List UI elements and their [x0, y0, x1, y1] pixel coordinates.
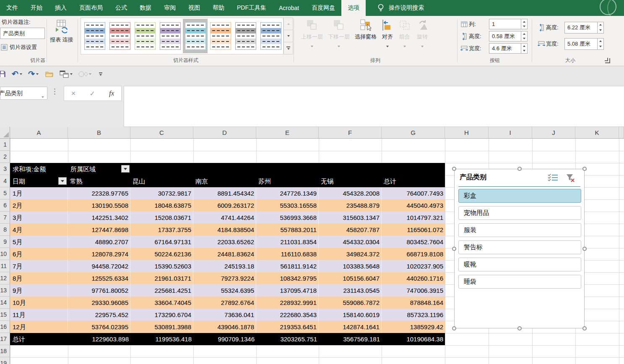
- slicer-resize-handle[interactable]: [582, 326, 587, 330]
- ribbon-tab[interactable]: 审阅: [158, 0, 182, 16]
- save-icon[interactable]: [0, 69, 6, 79]
- redo-icon[interactable]: ↷: [28, 69, 35, 79]
- multi-select-icon[interactable]: [547, 173, 558, 183]
- row-header[interactable]: 2: [0, 151, 10, 163]
- gallery-scroll-down[interactable]: [283, 30, 293, 42]
- gallery-more-button[interactable]: [283, 42, 293, 54]
- pivot-data-row[interactable]: 9月97761.80052225681.425155324.6395137095…: [10, 284, 445, 297]
- pivot-data-row[interactable]: 8月125525.633421961.0317179273.9224108342…: [10, 272, 445, 284]
- pivot-value-cell[interactable]: 4741.44264: [193, 212, 256, 224]
- slicer-item[interactable]: 睡袋: [458, 275, 581, 289]
- align-button[interactable]: 对齐: [379, 18, 396, 45]
- pivot-value-cell[interactable]: 73636.041: [193, 309, 256, 321]
- pivot-value-cell[interactable]: 105156.6047: [319, 272, 382, 284]
- name-box[interactable]: 产品类别: [0, 87, 47, 100]
- pivot-row-label[interactable]: 5月: [10, 236, 68, 248]
- pivot-total-value[interactable]: 1199536.418: [130, 333, 193, 345]
- pivot-value-cell[interactable]: 142251.3402: [68, 212, 130, 224]
- pivot-value-cell[interactable]: 127447.8698: [68, 224, 130, 236]
- pivot-total-value[interactable]: 990709.1346: [193, 333, 256, 345]
- switch-windows-icon[interactable]: [60, 69, 69, 79]
- slicer-item[interactable]: 警告标: [458, 240, 581, 254]
- pivot-value-cell[interactable]: 17337.3755: [130, 224, 193, 236]
- button-width-input[interactable]: 4.6 厘米: [489, 43, 528, 54]
- size-height-spinner[interactable]: [597, 22, 603, 33]
- slicer-item[interactable]: 宠物用品: [458, 206, 581, 220]
- pivot-value-cell[interactable]: 137095.4718: [256, 284, 319, 297]
- pivot-total-value[interactable]: 10190684.38: [382, 333, 445, 345]
- pivot-row-label[interactable]: 3月: [10, 212, 68, 224]
- pivot-value-cell[interactable]: 50224.62136: [130, 248, 193, 260]
- pivot-value-cell[interactable]: 439046.1878: [193, 321, 256, 333]
- column-header[interactable]: J: [532, 127, 575, 139]
- pivot-value-cell[interactable]: 245193.18: [193, 260, 256, 272]
- ribbon-tab[interactable]: 数据: [133, 0, 158, 16]
- row-header[interactable]: 16: [0, 321, 10, 333]
- column-header[interactable]: I: [489, 127, 532, 139]
- pivot-value-cell[interactable]: 55303.16558: [256, 199, 319, 212]
- pivot-total-label[interactable]: 总计: [10, 333, 68, 345]
- switch-windows-dropdown[interactable]: [70, 69, 73, 79]
- pivot-value-cell[interactable]: 173290.6704: [130, 309, 193, 321]
- row-header[interactable]: 7: [0, 212, 10, 224]
- pivot-value-cell[interactable]: 668719.8108: [382, 248, 445, 260]
- select-all-corner[interactable]: [0, 127, 10, 139]
- pivot-value-cell[interactable]: 53764.02395: [68, 321, 130, 333]
- slicer-style-swatch[interactable]: [158, 19, 182, 53]
- row-header[interactable]: 18: [0, 345, 10, 357]
- pivot-row-label[interactable]: 12月: [10, 321, 68, 333]
- column-header[interactable]: B: [68, 127, 130, 139]
- pivot-value-cell[interactable]: 229575.452: [68, 309, 130, 321]
- pivot-total-value[interactable]: 3567569.181: [319, 333, 382, 345]
- slicer-style-swatch[interactable]: [133, 19, 157, 53]
- pivot-value-cell[interactable]: 116110.6838: [256, 248, 319, 260]
- pivot-value-cell[interactable]: 4184.838504: [193, 224, 256, 236]
- enter-icon[interactable]: ✓: [89, 90, 95, 98]
- pivot-value-cell[interactable]: 1014797.321: [382, 212, 445, 224]
- row-header[interactable]: 10: [0, 248, 10, 260]
- pivot-header-row[interactable]: 求和项:金额所属区域: [10, 163, 445, 175]
- column-header[interactable]: [619, 127, 624, 139]
- pivot-value-cell[interactable]: 48890.2707: [68, 236, 130, 248]
- pivot-value-cell[interactable]: 228932.9991: [256, 297, 319, 309]
- pivot-value-cell[interactable]: 878848.164: [382, 297, 445, 309]
- pivot-value-cell[interactable]: 27892.6764: [193, 297, 256, 309]
- pivot-value-cell[interactable]: 559086.7872: [319, 297, 382, 309]
- slicer-resize-handle[interactable]: [582, 247, 587, 251]
- ribbon-tab[interactable]: 公式: [109, 0, 133, 16]
- pivot-row-label[interactable]: 7月: [10, 260, 68, 272]
- row-header[interactable]: 15: [0, 309, 10, 321]
- pivot-value-cell[interactable]: 219353.6451: [256, 321, 319, 333]
- ribbon-tab[interactable]: 插入: [49, 0, 73, 16]
- ribbon-tab[interactable]: Acrobat: [273, 0, 305, 16]
- column-header[interactable]: G: [382, 127, 445, 139]
- row-header[interactable]: 6: [0, 199, 10, 212]
- pivot-value-cell[interactable]: 103383.5648: [319, 260, 382, 272]
- slicer-panel[interactable]: 产品类别 彩盒宠物用品服装警告标暖靴睡袋: [454, 169, 585, 328]
- pivot-value-cell[interactable]: 6009.263172: [193, 199, 256, 212]
- pivot-value-cell[interactable]: 128078.2974: [68, 248, 130, 260]
- button-height-spinner[interactable]: [521, 31, 527, 41]
- column-header[interactable]: F: [319, 127, 382, 139]
- row-header[interactable]: 8: [0, 224, 10, 236]
- slicer-style-swatch[interactable]: [208, 19, 233, 53]
- column-field-dropdown-button[interactable]: [121, 165, 130, 173]
- ribbon-tab[interactable]: 百度网盘: [305, 0, 341, 16]
- pivot-total-row[interactable]: 总计1229603.8981199536.418990709.134632032…: [10, 333, 445, 345]
- slicer-settings-button[interactable]: 切片器设置: [1, 44, 37, 51]
- pivot-data-row[interactable]: 12月53764.02395530891.3988439046.18782193…: [10, 321, 445, 333]
- column-header[interactable]: K: [575, 127, 619, 139]
- ribbon-tab[interactable]: 帮助: [206, 0, 231, 16]
- pivot-value-cell[interactable]: 349824.372: [319, 248, 382, 260]
- pivot-value-cell[interactable]: 8891.454342: [193, 187, 256, 199]
- pivot-value-cell[interactable]: 21961.03171: [130, 272, 193, 284]
- pivot-value-cell[interactable]: 15208.03671: [130, 212, 193, 224]
- ribbon-tab[interactable]: 页面布局: [73, 0, 109, 16]
- slicer-resize-handle[interactable]: [517, 326, 522, 330]
- ribbon-tab[interactable]: 视图: [182, 0, 206, 16]
- pivot-data-row[interactable]: 7月94458.7204215390.52603245193.18561811.…: [10, 260, 445, 272]
- pivot-value-cell[interactable]: 1385929.42: [382, 321, 445, 333]
- size-height-input[interactable]: 6.22 厘米: [564, 22, 604, 34]
- column-header[interactable]: H: [445, 127, 489, 139]
- pivot-row-label[interactable]: 2月: [10, 199, 68, 212]
